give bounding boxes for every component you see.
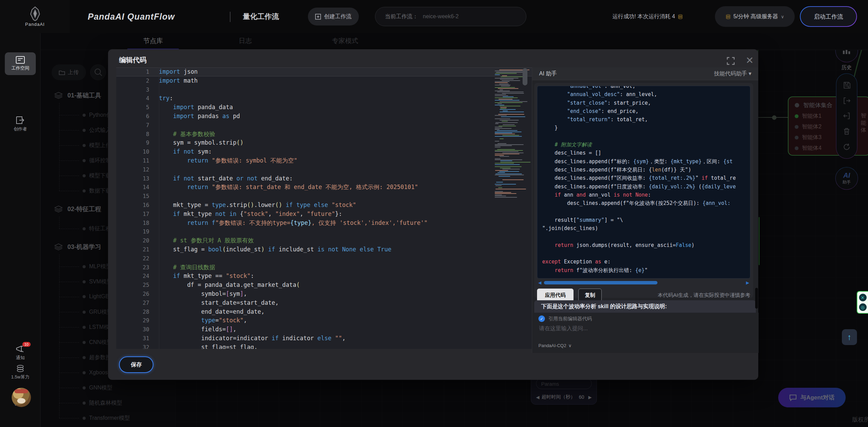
ai-code-line: "total_return": total_ret,: [542, 115, 750, 124]
creator-icon: [16, 116, 25, 124]
editor-line[interactable]: 3: [116, 85, 532, 94]
run-status-text: 运行成功! 本次运行消耗 4: [612, 0, 683, 33]
editor-line[interactable]: 9 sym = symbol.strip(): [116, 138, 532, 147]
minimap[interactable]: [493, 68, 529, 206]
ai-code-line: if ann and ann_vol is not None:: [542, 191, 750, 199]
editor-line[interactable]: 29 type="stock",: [116, 316, 532, 325]
line-number: 32: [116, 343, 159, 349]
ai-disclaimer: 本代码AI生成，请在实际投资中谨慎参考: [658, 292, 750, 299]
editor-line[interactable]: 6 import pandas as pd: [116, 112, 532, 121]
ai-code-line: desc_lines.append(f"年化波动率(按252个交易日): {an…: [542, 199, 750, 207]
scroll-left-icon[interactable]: ◀: [537, 280, 543, 285]
sidebar-item-notifications[interactable]: 10 通知: [0, 345, 41, 361]
launch-workflow-button[interactable]: 启动工作流: [800, 6, 857, 27]
send-button[interactable]: ↑: [842, 329, 857, 345]
line-number: 17: [116, 210, 159, 219]
sidebar-item-compute-power[interactable]: 1.5w算力: [0, 365, 41, 380]
editor-line[interactable]: 17 if mkt_type not in {"stock", "index",…: [116, 210, 532, 219]
line-number: 25: [116, 281, 159, 290]
close-icon[interactable]: ✕: [744, 55, 755, 66]
editor-line[interactable]: 4try:: [116, 94, 532, 103]
ai-code-line: desc_lines.append(f"日度波动率: {daily_vol:.2…: [542, 183, 750, 191]
editor-line[interactable]: 32 st_flag=st_flag,: [116, 343, 532, 349]
editor-line[interactable]: 20 # st 参数只对 A 股股票有效: [116, 236, 532, 245]
line-number: 16: [116, 201, 159, 210]
editor-line[interactable]: 7: [116, 121, 532, 130]
editor-line[interactable]: 30 fields=[],: [116, 325, 532, 334]
ai-code-line: "start_close": start_price,: [542, 99, 750, 107]
create-workflow-button[interactable]: 创建工作流: [308, 8, 359, 25]
brand-subtitle: 量化工作流: [243, 0, 279, 33]
apply-code-button[interactable]: 应用代码: [537, 289, 574, 302]
fullscreen-icon[interactable]: [727, 57, 736, 66]
editor-line[interactable]: 8 # 基本参数校验: [116, 130, 532, 139]
line-number: 15: [116, 192, 159, 201]
line-number: 10: [116, 147, 159, 156]
line-number: 6: [116, 112, 159, 121]
editor-line[interactable]: 22: [116, 254, 532, 263]
ai-panel-header: AI 助手 技能代码助手 ▾: [532, 67, 758, 80]
brand-title: PandaAI QuantFlow: [88, 0, 175, 33]
extension-widget[interactable]: ✕ ◎: [857, 291, 868, 314]
ai-code-line: desc_lines.append(f"标的: {sym}，类型: {mkt_t…: [542, 157, 750, 166]
editor-line[interactable]: 23 # 查询日线数据: [116, 263, 532, 272]
editor-line[interactable]: 19: [116, 227, 532, 236]
editor-line[interactable]: 21 st_flag = bool(include_st) if include…: [116, 245, 532, 254]
ai-panel-vscrollbar[interactable]: [755, 288, 758, 309]
editor-line[interactable]: 5 import panda_data: [116, 103, 532, 112]
editor-line[interactable]: 16 mkt_type = type.strip().lower() if ty…: [116, 201, 532, 210]
skill-mode-select[interactable]: 技能代码助手 ▾: [714, 70, 751, 77]
line-number: 24: [116, 272, 159, 281]
editor-line[interactable]: 25 df = panda_data.get_market_data(: [116, 281, 532, 290]
edit-code-modal: 编辑代码 ✕ 1import json2import math34try:5 i…: [108, 49, 758, 380]
editor-line[interactable]: 31 indicator=indicator if indicator else…: [116, 334, 532, 343]
save-button[interactable]: 保存: [119, 356, 153, 373]
editor-line[interactable]: 18 return f"参数错误: 不支持的type={type}, 仅支持 '…: [116, 219, 532, 228]
close-icon[interactable]: ✕: [859, 294, 867, 301]
editor-line[interactable]: 27 start_date=start_date,: [116, 299, 532, 308]
ai-code-line: return json.dumps(result, ensure_ascii=F…: [542, 241, 750, 249]
line-number: 5: [116, 103, 159, 112]
current-workflow-input[interactable]: 当前工作流： neice-week6-2: [375, 7, 526, 26]
scroll-right-icon[interactable]: ▶: [745, 280, 750, 285]
editor-line[interactable]: 10 if not sym:: [116, 147, 532, 156]
editor-line[interactable]: 12: [116, 165, 532, 174]
model-select[interactable]: PandaAI-CQ2∨: [538, 343, 571, 348]
scrollbar-thumb[interactable]: [544, 281, 657, 284]
ai-question-input[interactable]: [538, 324, 731, 338]
avatar[interactable]: [12, 388, 31, 407]
chevron-down-icon: ▾: [749, 71, 751, 76]
app-logo[interactable]: PandaAI: [0, 0, 70, 33]
sidebar-item-workspace[interactable]: 工作空间: [5, 52, 36, 75]
screenshot-icon[interactable]: ◎: [859, 303, 867, 311]
editor-line[interactable]: 15: [116, 192, 532, 201]
ai-code-line: [542, 207, 750, 216]
line-number: 1: [116, 67, 159, 76]
divider: [230, 12, 231, 22]
server-plan-select[interactable]: 5/分钟 高级服务器 ∨: [715, 6, 795, 27]
ai-code-block[interactable]: "annual_vol": ann_vol, "annual_vol_desc"…: [537, 86, 750, 279]
coin-icon: [678, 14, 683, 19]
editor-line[interactable]: 2import math: [116, 76, 532, 85]
ai-code-line: "end_close": end_price,: [542, 107, 750, 115]
line-number: 9: [116, 138, 159, 147]
editor-scrollbar[interactable]: [523, 68, 527, 85]
editor-line[interactable]: 1import json: [116, 67, 532, 76]
code-editor[interactable]: 1import json2import math34try:5 import p…: [116, 67, 532, 349]
editor-line[interactable]: 28 end_date=end_date,: [116, 308, 532, 316]
editor-line[interactable]: 24 if mkt_type == "stock":: [116, 272, 532, 281]
editor-line[interactable]: 26 symbol=[sym],: [116, 290, 532, 299]
ai-code-line: }: [542, 124, 750, 132]
ai-code-line: ".join(desc_lines): [542, 224, 750, 232]
sidebar-item-label: 通知: [16, 355, 25, 361]
copy-button[interactable]: 复制: [578, 289, 602, 302]
sidebar-item-creator[interactable]: 创作者: [0, 116, 41, 132]
editor-line[interactable]: 14 return "参数错误: start_date 和 end_date 不…: [116, 183, 532, 192]
ai-code-hscrollbar[interactable]: ◀ ▶: [537, 280, 750, 285]
app-root: Description ◀ 底座大... PandaAI-CQ2 ▶ 智能体集合…: [0, 0, 868, 427]
ai-code-line: result["summary"] = "\: [542, 216, 750, 224]
quote-editor-toggle[interactable]: ✓ 引用当前编辑器代码: [538, 315, 592, 322]
editor-line[interactable]: 11 return "参数错误: symbol 不能为空": [116, 156, 532, 165]
line-number: 14: [116, 183, 159, 192]
editor-line[interactable]: 13 if not start_date or not end_date:: [116, 174, 532, 183]
